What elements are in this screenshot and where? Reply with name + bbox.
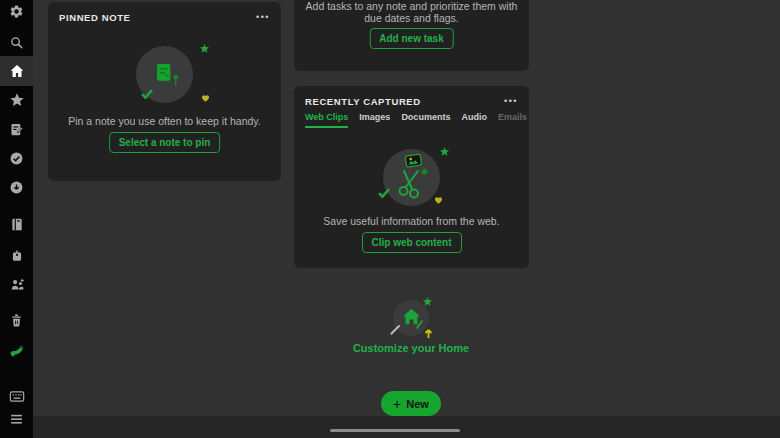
- sidebar-item-home[interactable]: [0, 56, 33, 86]
- sidebar-item-shared[interactable]: [0, 271, 33, 297]
- home-icon: [9, 63, 25, 79]
- tab-audio[interactable]: Audio: [461, 112, 487, 126]
- gear-icon: [9, 4, 24, 19]
- pinned-note-card: PINNED NOTE ••• Pin a note you use often…: [48, 2, 281, 181]
- sidebar-item-search[interactable]: [0, 29, 33, 55]
- heart-decoration-icon: [201, 94, 210, 102]
- sidebar-item-notes[interactable]: [0, 116, 33, 142]
- star-decoration-icon: [440, 147, 449, 156]
- sidebar-item-shortcuts[interactable]: [0, 87, 33, 113]
- horn-icon: [9, 344, 25, 358]
- keyboard-icon: [9, 390, 25, 403]
- captured-tabs: Web Clips Images Documents Audio Emails: [305, 112, 523, 130]
- select-note-to-pin-button[interactable]: Select a note to pin: [109, 132, 221, 153]
- sidebar-item-promotions[interactable]: [0, 338, 33, 364]
- customize-home-link[interactable]: Customize your Home: [331, 342, 491, 354]
- sidebar-item-trash[interactable]: [0, 307, 33, 333]
- trash-icon: [9, 313, 24, 328]
- recently-captured-card-title: RECENTLY CAPTURED: [305, 96, 421, 107]
- tag-icon: [10, 248, 24, 263]
- check-decoration-icon: [378, 188, 390, 198]
- recently-captured-card: RECENTLY CAPTURED ••• Web Clips Images D…: [294, 86, 529, 268]
- download-circle-icon: [9, 180, 24, 195]
- sidebar-item-notebooks[interactable]: [0, 211, 33, 237]
- search-icon: [9, 35, 24, 50]
- star-decoration-icon: [200, 44, 209, 53]
- notebook-icon: [10, 217, 24, 232]
- heart-decoration-icon: [434, 196, 443, 204]
- people-icon: [9, 277, 25, 292]
- pencil-decoration-icon: [390, 323, 402, 335]
- sidebar-item-downloads[interactable]: [0, 174, 33, 200]
- sidebar-item-tasks[interactable]: [0, 145, 33, 171]
- tasks-card: Add tasks to any note and prioritize the…: [294, 0, 529, 71]
- star-decoration-icon: [423, 297, 432, 306]
- new-button[interactable]: + New: [381, 391, 441, 416]
- arrow-up-decoration-icon: [424, 328, 433, 339]
- hamburger-icon: [9, 413, 24, 425]
- pinned-note-card-title: PINNED NOTE: [59, 12, 131, 23]
- new-button-label: New: [406, 398, 429, 410]
- note-icon: [9, 122, 24, 137]
- plus-icon: +: [393, 397, 401, 411]
- web-clipper-description: Save useful information from the web.: [302, 215, 521, 227]
- sidebar: [0, 0, 33, 438]
- tab-images[interactable]: Images: [359, 112, 390, 126]
- clip-web-content-button[interactable]: Clip web content: [362, 232, 462, 253]
- pencil-tick-decoration-icon: [416, 320, 423, 329]
- tab-documents[interactable]: Documents: [401, 112, 450, 126]
- sidebar-item-settings[interactable]: [0, 0, 33, 24]
- web-clipper-scissors-icon: [395, 153, 431, 199]
- web-clipper-illustration-circle: [383, 149, 440, 206]
- evernote-home-screen: PINNED NOTE ••• Pin a note you use often…: [0, 0, 780, 438]
- tab-web-clips[interactable]: Web Clips: [305, 112, 348, 128]
- add-new-task-button[interactable]: Add new task: [369, 28, 453, 49]
- pinned-note-description: Pin a note you use often to keep it hand…: [56, 115, 273, 127]
- more-options-icon[interactable]: •••: [256, 14, 270, 20]
- task-check-icon: [9, 151, 24, 166]
- check-decoration-icon: [141, 89, 153, 99]
- tab-emails[interactable]: Emails: [498, 112, 527, 126]
- sidebar-item-tags[interactable]: [0, 242, 33, 268]
- scrollbar-horizontal[interactable]: [330, 429, 460, 432]
- star-icon: [9, 92, 25, 108]
- note-with-pin-icon: [156, 63, 183, 88]
- more-options-icon[interactable]: •••: [504, 98, 518, 104]
- sidebar-item-menu[interactable]: [0, 406, 33, 432]
- tasks-description: Add tasks to any note and prioritize the…: [304, 0, 519, 24]
- bottom-bar: [33, 416, 780, 438]
